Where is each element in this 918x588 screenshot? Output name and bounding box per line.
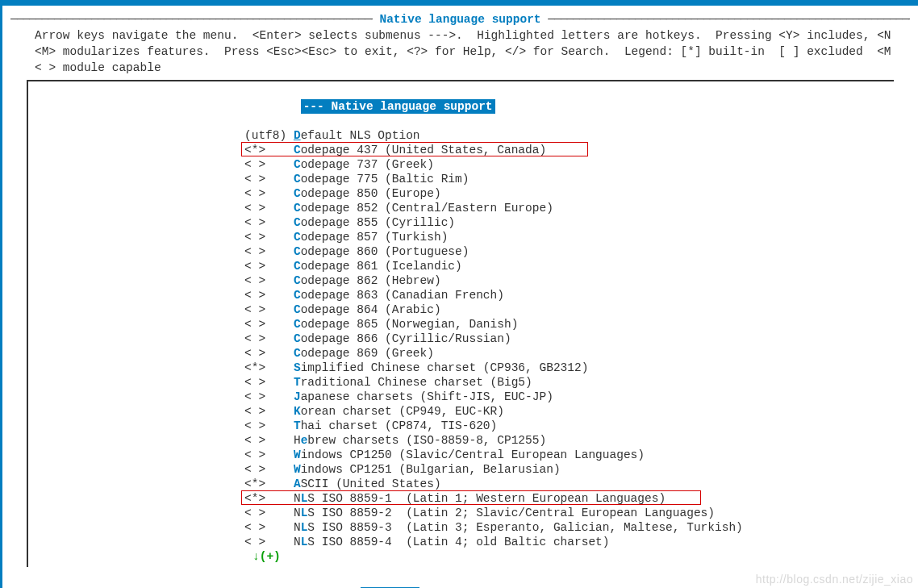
hotkey-letter: A — [294, 477, 301, 490]
item-label: odepage 866 (Cyrillic/Russian) — [301, 332, 511, 345]
tristate-mark[interactable]: < > — [244, 245, 265, 258]
tristate-mark[interactable]: < > — [244, 536, 265, 548]
tristate-mark[interactable]: < > — [244, 289, 265, 302]
menu-item[interactable]: < > Codepage 869 (Greek) — [244, 346, 894, 361]
menu-item[interactable]: < > Traditional Chinese charset (Big5) — [244, 375, 894, 390]
tristate-mark[interactable]: (utf8) — [244, 129, 286, 142]
tristate-mark[interactable]: < > — [244, 507, 265, 519]
menu-item[interactable]: < > Codepage 866 (Cyrillic/Russian) — [244, 332, 894, 346]
item-label: odepage 861 (Icelandic) — [301, 260, 462, 273]
menu-item[interactable]: < > Codepage 860 (Portuguese) — [244, 244, 894, 259]
item-label: odepage 855 (Cyrillic) — [301, 216, 455, 229]
menu-item[interactable]: < > Codepage 862 (Hebrew) — [244, 273, 894, 288]
item-label: odepage 850 (Europe) — [301, 187, 441, 200]
menu-item[interactable]: < > Codepage 864 (Arabic) — [244, 302, 894, 317]
tristate-mark[interactable]: < > — [244, 434, 265, 447]
tristate-mark[interactable]: <*> — [244, 477, 265, 490]
tristate-mark[interactable]: < > — [244, 260, 265, 273]
menu-item[interactable]: < > NLS ISO 8859-3 (Latin 3; Esperanto, … — [244, 520, 894, 535]
help-text-3: < > module capable — [2, 60, 918, 77]
tristate-mark[interactable]: < > — [244, 202, 265, 215]
hotkey-letter: C — [294, 216, 301, 229]
menu-item[interactable]: < > Windows CP1250 (Slavic/Central Europ… — [244, 448, 894, 462]
item-label: odepage 852 (Central/Eastern Europe) — [301, 202, 553, 215]
tristate-mark[interactable]: < > — [244, 173, 265, 186]
item-prefix: N — [273, 507, 301, 519]
tristate-mark[interactable]: <*> — [244, 361, 265, 374]
item-label: orean charset (CP949, EUC-KR) — [301, 405, 504, 418]
item-label: brew charsets (ISO-8859-8, CP1255) — [307, 434, 546, 447]
hotkey-letter: C — [294, 347, 301, 360]
tristate-mark[interactable]: < > — [244, 318, 265, 331]
hotkey-letter: S — [294, 361, 301, 374]
menu-item[interactable]: (utf8) Default NLS Option — [244, 128, 894, 143]
menu-item[interactable]: < > Japanese charsets (Shift-JIS, EUC-JP… — [244, 390, 894, 404]
tristate-mark[interactable]: < > — [244, 463, 265, 476]
item-prefix — [273, 260, 294, 273]
tristate-mark[interactable]: < > — [244, 376, 265, 389]
tristate-mark[interactable]: < > — [244, 216, 265, 229]
item-prefix — [273, 332, 294, 345]
item-label: S ISO 8859-2 (Latin 2; Slavic/Central Eu… — [307, 507, 715, 519]
menu-item[interactable]: < > Codepage 850 (Europe) — [244, 186, 894, 201]
menu-item[interactable]: < > Codepage 865 (Norwegian, Danish) — [244, 317, 894, 332]
hotkey-letter: C — [294, 318, 301, 331]
item-label: indows CP1250 (Slavic/Central European L… — [301, 448, 645, 461]
menu-item[interactable]: < > Codepage 863 (Canadian French) — [244, 288, 894, 302]
tristate-mark[interactable]: < > — [244, 158, 265, 171]
section-header: --- Native language support — [301, 99, 495, 114]
header-rule-right: ────────────────────────────────────────… — [548, 12, 910, 27]
hotkey-letter: W — [294, 448, 301, 461]
menu-item[interactable]: < > Codepage 857 (Turkish) — [244, 230, 894, 244]
menu-item[interactable]: <*> ASCII (United States) — [244, 477, 894, 491]
section-header-row: --- Native language support — [244, 85, 894, 128]
help-text-2: <M> modularizes features. Press <Esc><Es… — [2, 44, 918, 60]
menu-item[interactable]: < > NLS ISO 8859-2 (Latin 2; Slavic/Cent… — [244, 506, 894, 520]
item-label: odepage 775 (Baltic Rim) — [301, 173, 469, 186]
item-label: implified Chinese charset (CP936, GB2312… — [301, 361, 589, 374]
item-label: S ISO 8859-3 (Latin 3; Esperanto, Galici… — [307, 521, 743, 534]
window: ────────────────────────────────────────… — [0, 6, 918, 588]
menu-item[interactable]: < > Codepage 775 (Baltic Rim) — [244, 172, 894, 186]
menu-item[interactable]: <*> NLS ISO 8859-1 (Latin 1; Western Eur… — [244, 491, 894, 506]
menu-item[interactable]: < > Codepage 855 (Cyrillic) — [244, 215, 894, 230]
tristate-mark[interactable]: < > — [244, 303, 265, 316]
menu-item[interactable]: < > Thai charset (CP874, TIS-620) — [244, 419, 894, 433]
item-prefix: N — [273, 536, 301, 548]
item-prefix — [273, 231, 294, 244]
tristate-mark[interactable]: <*> — [244, 492, 265, 505]
menu-item[interactable]: <*> Codepage 437 (United States, Canada) — [244, 143, 894, 157]
item-label: odepage 869 (Greek) — [301, 347, 434, 360]
watermark: http://blog.csdn.net/zijie_xiao — [756, 572, 913, 586]
item-label: odepage 857 (Turkish) — [301, 231, 449, 244]
tristate-mark[interactable]: < > — [244, 347, 265, 360]
tristate-mark[interactable]: < > — [244, 231, 265, 244]
menu-item[interactable]: < > Codepage 852 (Central/Eastern Europe… — [244, 201, 894, 215]
menu-item[interactable]: < > Codepage 737 (Greek) — [244, 157, 894, 172]
menu-item[interactable]: < > Windows CP1251 (Bulgarian, Belarusia… — [244, 462, 894, 477]
tristate-mark[interactable]: < > — [244, 448, 265, 461]
menu-item[interactable]: <*> Simplified Chinese charset (CP936, G… — [244, 361, 894, 375]
item-label: odepage 860 (Portuguese) — [301, 245, 469, 258]
item-prefix — [273, 173, 294, 186]
hotkey-letter: C — [294, 260, 301, 273]
tristate-mark[interactable]: <*> — [244, 144, 265, 156]
menu-item[interactable]: < > Korean charset (CP949, EUC-KR) — [244, 404, 894, 419]
tristate-mark[interactable]: < > — [244, 419, 265, 432]
menu-item[interactable]: < > NLS ISO 8859-4 (Latin 4; old Baltic … — [244, 535, 894, 549]
item-label: odepage 862 (Hebrew) — [301, 274, 441, 287]
tristate-mark[interactable]: < > — [244, 390, 265, 403]
tristate-mark[interactable]: < > — [244, 332, 265, 345]
menu-item[interactable]: < > Hebrew charsets (ISO-8859-8, CP1255) — [244, 433, 894, 448]
tristate-mark[interactable]: < > — [244, 521, 265, 534]
hotkey-letter: C — [294, 144, 301, 156]
tristate-mark[interactable]: < > — [244, 274, 265, 287]
item-prefix — [273, 318, 294, 331]
item-prefix — [273, 361, 294, 374]
menu-item[interactable]: < > Codepage 861 (Icelandic) — [244, 259, 894, 273]
hotkey-letter: C — [294, 173, 301, 186]
item-prefix: N — [273, 521, 301, 534]
tristate-mark[interactable]: < > — [244, 187, 265, 200]
tristate-mark[interactable]: < > — [244, 405, 265, 418]
hotkey-letter: J — [294, 390, 301, 403]
